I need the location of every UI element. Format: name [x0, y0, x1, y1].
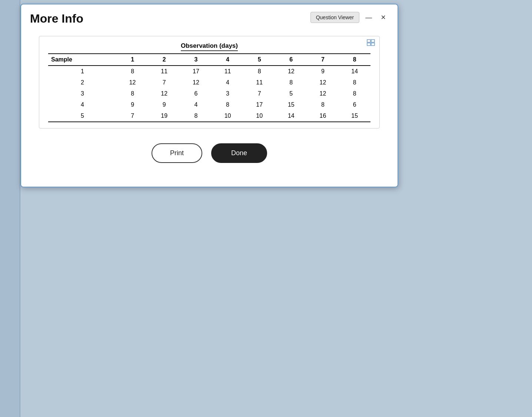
cell-value: 10 [212, 110, 244, 122]
cell-value: 12 [275, 66, 307, 77]
cell-value: 8 [339, 88, 370, 99]
table-row: 18111711812914 [48, 66, 370, 77]
col-header-7: 7 [307, 54, 339, 66]
cell-value: 12 [307, 77, 339, 88]
col-header-3: 3 [180, 54, 212, 66]
cell-value: 15 [339, 110, 370, 122]
col-header-1: 1 [117, 54, 149, 66]
cell-value: 4 [212, 77, 244, 88]
cell-value: 12 [307, 88, 339, 99]
col-header-sample: Sample [48, 54, 117, 66]
col-header-2: 2 [148, 54, 180, 66]
modal-footer: Print Done [39, 143, 380, 175]
cell-value: 3 [212, 88, 244, 99]
cell-sample: 5 [48, 110, 117, 122]
table-icon [367, 39, 375, 48]
cell-value: 15 [275, 99, 307, 110]
cell-value: 8 [212, 99, 244, 110]
cell-value: 16 [307, 110, 339, 122]
cell-value: 7 [243, 88, 275, 99]
cell-value: 11 [212, 66, 244, 77]
cell-value: 9 [117, 99, 149, 110]
cell-value: 10 [243, 110, 275, 122]
cell-value: 11 [148, 66, 180, 77]
cell-value: 4 [180, 99, 212, 110]
cell-sample: 4 [48, 99, 117, 110]
cell-sample: 3 [48, 88, 117, 99]
table-body: 1811171181291421271241181283812637512849… [48, 66, 370, 122]
cell-value: 7 [148, 77, 180, 88]
cell-value: 9 [307, 66, 339, 77]
table-container: Observation (days) Sample 1 2 3 4 5 6 7 … [39, 36, 380, 129]
col-header-5: 5 [243, 54, 275, 66]
modal-title: More Info [30, 12, 83, 26]
svg-rect-1 [371, 40, 375, 42]
print-button[interactable]: Print [152, 143, 202, 163]
observation-header-label: Observation (days) [181, 42, 238, 51]
cell-sample: 2 [48, 77, 117, 88]
cell-value: 14 [339, 66, 370, 77]
cell-value: 9 [148, 99, 180, 110]
modal-body: Observation (days) Sample 1 2 3 4 5 6 7 … [21, 30, 398, 187]
cell-value: 12 [148, 88, 180, 99]
close-button[interactable]: × [378, 12, 389, 23]
cell-value: 8 [117, 66, 149, 77]
cell-value: 7 [117, 110, 149, 122]
column-header-row: Sample 1 2 3 4 5 6 7 8 [48, 54, 370, 66]
svg-rect-0 [367, 40, 370, 42]
cell-value: 11 [243, 77, 275, 88]
table-row: 571981010141615 [48, 110, 370, 122]
cell-value: 17 [243, 99, 275, 110]
cell-value: 8 [243, 66, 275, 77]
table-row: 38126375128 [48, 88, 370, 99]
cell-value: 19 [148, 110, 180, 122]
cell-value: 12 [180, 77, 212, 88]
cell-value: 8 [307, 99, 339, 110]
observation-header-row: Observation (days) [48, 42, 370, 54]
table-row: 2127124118128 [48, 77, 370, 88]
modal-dialog: More Info Question Viewer — × [20, 4, 398, 187]
cell-value: 8 [180, 110, 212, 122]
col-header-6: 6 [275, 54, 307, 66]
svg-rect-2 [367, 43, 370, 46]
cell-value: 5 [275, 88, 307, 99]
modal-header: More Info Question Viewer — × [21, 4, 398, 30]
data-table: Observation (days) Sample 1 2 3 4 5 6 7 … [48, 42, 370, 122]
col-header-8: 8 [339, 54, 370, 66]
minimize-button[interactable]: — [362, 13, 375, 22]
cell-value: 6 [180, 88, 212, 99]
col-header-4: 4 [212, 54, 244, 66]
cell-value: 17 [180, 66, 212, 77]
done-button[interactable]: Done [211, 143, 267, 163]
cell-value: 12 [117, 77, 149, 88]
cell-value: 6 [339, 99, 370, 110]
cell-value: 8 [339, 77, 370, 88]
modal-header-controls: Question Viewer — × [310, 12, 389, 23]
cell-value: 8 [275, 77, 307, 88]
svg-rect-3 [371, 43, 375, 46]
cell-value: 8 [117, 88, 149, 99]
question-viewer-button[interactable]: Question Viewer [310, 12, 359, 23]
table-row: 49948171586 [48, 99, 370, 110]
cell-value: 14 [275, 110, 307, 122]
cell-sample: 1 [48, 66, 117, 77]
